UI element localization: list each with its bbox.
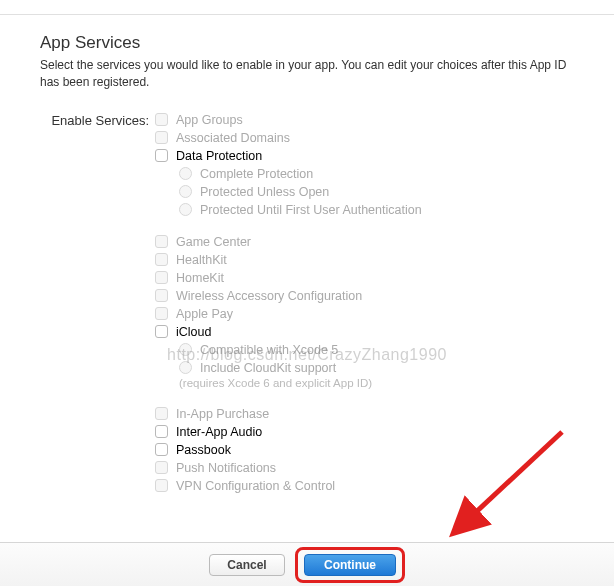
checkbox-push-notifications[interactable] (155, 461, 168, 474)
label-icloud-xcode5: Compatible with Xcode 5 (200, 343, 338, 357)
service-homekit: HomeKit (155, 271, 574, 285)
service-game-center: Game Center (155, 235, 574, 249)
checkbox-in-app-purchase[interactable] (155, 407, 168, 420)
label-passbook: Passbook (176, 443, 231, 457)
label-game-center: Game Center (176, 235, 251, 249)
label-dp-complete: Complete Protection (200, 167, 313, 181)
label-push-notifications: Push Notifications (176, 461, 276, 475)
icloud-note: (requires Xcode 6 and explicit App ID) (179, 377, 574, 389)
service-dp-unless-open: Protected Unless Open (179, 185, 574, 199)
checkbox-wireless-accessory[interactable] (155, 289, 168, 302)
service-healthkit: HealthKit (155, 253, 574, 267)
label-in-app-purchase: In-App Purchase (176, 407, 269, 421)
service-dp-first-user: Protected Until First User Authenticatio… (179, 203, 574, 217)
label-dp-unless-open: Protected Unless Open (200, 185, 329, 199)
radio-icloud-xcode5[interactable] (179, 343, 192, 356)
section-title: App Services (40, 33, 574, 53)
service-inter-app-audio: Inter-App Audio (155, 425, 574, 439)
continue-button[interactable]: Continue (304, 554, 396, 576)
service-icloud: iCloud (155, 325, 574, 339)
checkbox-apple-pay[interactable] (155, 307, 168, 320)
label-dp-first-user: Protected Until First User Authenticatio… (200, 203, 422, 217)
label-app-groups: App Groups (176, 113, 243, 127)
section-subtitle: Select the services you would like to en… (40, 57, 574, 91)
service-wireless-accessory: Wireless Accessory Configuration (155, 289, 574, 303)
checkbox-game-center[interactable] (155, 235, 168, 248)
label-associated-domains: Associated Domains (176, 131, 290, 145)
footer-bar: Cancel Continue (0, 542, 614, 586)
label-inter-app-audio: Inter-App Audio (176, 425, 262, 439)
service-icloud-xcode5: Compatible with Xcode 5 (179, 343, 574, 357)
service-apple-pay: Apple Pay (155, 307, 574, 321)
checkbox-homekit[interactable] (155, 271, 168, 284)
radio-dp-unless-open[interactable] (179, 185, 192, 198)
label-data-protection: Data Protection (176, 149, 262, 163)
checkbox-icloud[interactable] (155, 325, 168, 338)
enable-services-row: Enable Services: App Groups Associated D… (40, 113, 574, 497)
service-app-groups: App Groups (155, 113, 574, 127)
radio-dp-complete[interactable] (179, 167, 192, 180)
service-passbook: Passbook (155, 443, 574, 457)
services-list: App Groups Associated Domains Data Prote… (155, 113, 574, 497)
label-vpn: VPN Configuration & Control (176, 479, 335, 493)
app-services-section: App Services Select the services you wou… (0, 14, 614, 497)
label-healthkit: HealthKit (176, 253, 227, 267)
label-icloud-cloudkit: Include CloudKit support (200, 361, 336, 375)
label-wireless-accessory: Wireless Accessory Configuration (176, 289, 362, 303)
service-dp-complete: Complete Protection (179, 167, 574, 181)
service-push-notifications: Push Notifications (155, 461, 574, 475)
checkbox-app-groups[interactable] (155, 113, 168, 126)
radio-dp-first-user[interactable] (179, 203, 192, 216)
service-associated-domains: Associated Domains (155, 131, 574, 145)
continue-highlight-box: Continue (295, 547, 405, 583)
checkbox-inter-app-audio[interactable] (155, 425, 168, 438)
service-data-protection: Data Protection (155, 149, 574, 163)
service-vpn: VPN Configuration & Control (155, 479, 574, 493)
enable-services-label: Enable Services: (40, 113, 155, 128)
checkbox-vpn[interactable] (155, 479, 168, 492)
checkbox-associated-domains[interactable] (155, 131, 168, 144)
service-in-app-purchase: In-App Purchase (155, 407, 574, 421)
checkbox-healthkit[interactable] (155, 253, 168, 266)
checkbox-passbook[interactable] (155, 443, 168, 456)
label-icloud: iCloud (176, 325, 211, 339)
cancel-button[interactable]: Cancel (209, 554, 285, 576)
radio-icloud-cloudkit[interactable] (179, 361, 192, 374)
label-apple-pay: Apple Pay (176, 307, 233, 321)
service-icloud-cloudkit: Include CloudKit support (179, 361, 574, 375)
label-homekit: HomeKit (176, 271, 224, 285)
checkbox-data-protection[interactable] (155, 149, 168, 162)
